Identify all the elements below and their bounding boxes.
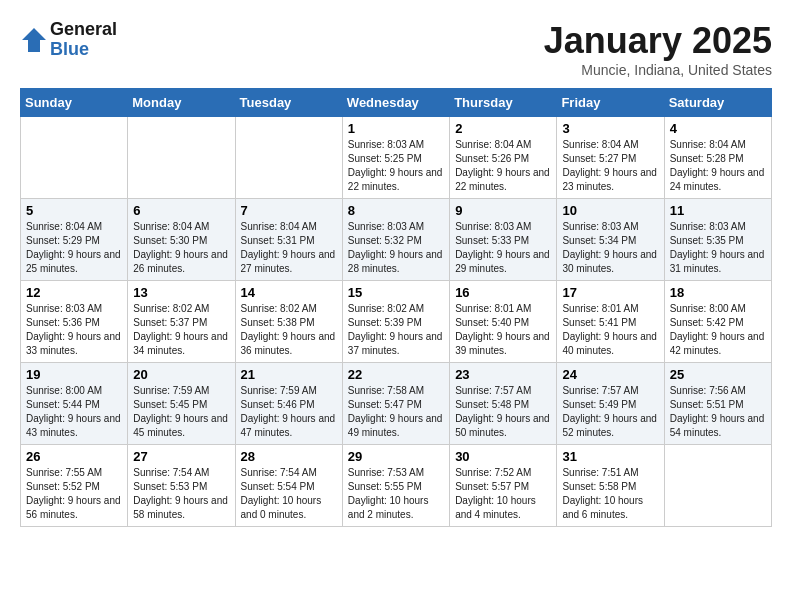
weekday-header-sunday: Sunday bbox=[21, 89, 128, 117]
day-number: 24 bbox=[562, 367, 658, 382]
day-info: Sunrise: 8:03 AMSunset: 5:36 PMDaylight:… bbox=[26, 302, 122, 358]
weekday-header-tuesday: Tuesday bbox=[235, 89, 342, 117]
calendar-cell: 6Sunrise: 8:04 AMSunset: 5:30 PMDaylight… bbox=[128, 199, 235, 281]
day-number: 15 bbox=[348, 285, 444, 300]
day-number: 13 bbox=[133, 285, 229, 300]
day-info: Sunrise: 8:03 AMSunset: 5:32 PMDaylight:… bbox=[348, 220, 444, 276]
calendar-cell: 25Sunrise: 7:56 AMSunset: 5:51 PMDayligh… bbox=[664, 363, 771, 445]
calendar-cell: 19Sunrise: 8:00 AMSunset: 5:44 PMDayligh… bbox=[21, 363, 128, 445]
calendar-cell: 7Sunrise: 8:04 AMSunset: 5:31 PMDaylight… bbox=[235, 199, 342, 281]
day-info: Sunrise: 8:04 AMSunset: 5:28 PMDaylight:… bbox=[670, 138, 766, 194]
calendar-cell: 27Sunrise: 7:54 AMSunset: 5:53 PMDayligh… bbox=[128, 445, 235, 527]
day-number: 18 bbox=[670, 285, 766, 300]
logo: General Blue bbox=[20, 20, 117, 60]
day-info: Sunrise: 7:55 AMSunset: 5:52 PMDaylight:… bbox=[26, 466, 122, 522]
day-info: Sunrise: 7:52 AMSunset: 5:57 PMDaylight:… bbox=[455, 466, 551, 522]
day-info: Sunrise: 8:03 AMSunset: 5:33 PMDaylight:… bbox=[455, 220, 551, 276]
day-number: 23 bbox=[455, 367, 551, 382]
day-info: Sunrise: 7:53 AMSunset: 5:55 PMDaylight:… bbox=[348, 466, 444, 522]
calendar-cell: 4Sunrise: 8:04 AMSunset: 5:28 PMDaylight… bbox=[664, 117, 771, 199]
weekday-header-row: SundayMondayTuesdayWednesdayThursdayFrid… bbox=[21, 89, 772, 117]
day-number: 29 bbox=[348, 449, 444, 464]
logo-icon bbox=[20, 26, 48, 54]
calendar-cell: 22Sunrise: 7:58 AMSunset: 5:47 PMDayligh… bbox=[342, 363, 449, 445]
day-info: Sunrise: 8:04 AMSunset: 5:29 PMDaylight:… bbox=[26, 220, 122, 276]
calendar-cell: 14Sunrise: 8:02 AMSunset: 5:38 PMDayligh… bbox=[235, 281, 342, 363]
weekday-header-monday: Monday bbox=[128, 89, 235, 117]
calendar-table: SundayMondayTuesdayWednesdayThursdayFrid… bbox=[20, 88, 772, 527]
calendar-header: SundayMondayTuesdayWednesdayThursdayFrid… bbox=[21, 89, 772, 117]
day-info: Sunrise: 7:59 AMSunset: 5:46 PMDaylight:… bbox=[241, 384, 337, 440]
day-info: Sunrise: 8:02 AMSunset: 5:37 PMDaylight:… bbox=[133, 302, 229, 358]
day-number: 12 bbox=[26, 285, 122, 300]
day-number: 8 bbox=[348, 203, 444, 218]
day-info: Sunrise: 8:03 AMSunset: 5:34 PMDaylight:… bbox=[562, 220, 658, 276]
day-number: 25 bbox=[670, 367, 766, 382]
day-info: Sunrise: 8:02 AMSunset: 5:39 PMDaylight:… bbox=[348, 302, 444, 358]
weekday-header-thursday: Thursday bbox=[450, 89, 557, 117]
day-info: Sunrise: 7:56 AMSunset: 5:51 PMDaylight:… bbox=[670, 384, 766, 440]
day-number: 6 bbox=[133, 203, 229, 218]
calendar-cell: 30Sunrise: 7:52 AMSunset: 5:57 PMDayligh… bbox=[450, 445, 557, 527]
calendar-cell: 13Sunrise: 8:02 AMSunset: 5:37 PMDayligh… bbox=[128, 281, 235, 363]
day-info: Sunrise: 8:03 AMSunset: 5:35 PMDaylight:… bbox=[670, 220, 766, 276]
day-info: Sunrise: 8:04 AMSunset: 5:27 PMDaylight:… bbox=[562, 138, 658, 194]
day-number: 20 bbox=[133, 367, 229, 382]
calendar-body: 1Sunrise: 8:03 AMSunset: 5:25 PMDaylight… bbox=[21, 117, 772, 527]
calendar-cell: 18Sunrise: 8:00 AMSunset: 5:42 PMDayligh… bbox=[664, 281, 771, 363]
calendar-cell: 20Sunrise: 7:59 AMSunset: 5:45 PMDayligh… bbox=[128, 363, 235, 445]
day-info: Sunrise: 8:03 AMSunset: 5:25 PMDaylight:… bbox=[348, 138, 444, 194]
calendar-cell: 3Sunrise: 8:04 AMSunset: 5:27 PMDaylight… bbox=[557, 117, 664, 199]
calendar-week-row: 19Sunrise: 8:00 AMSunset: 5:44 PMDayligh… bbox=[21, 363, 772, 445]
day-number: 4 bbox=[670, 121, 766, 136]
day-number: 14 bbox=[241, 285, 337, 300]
day-info: Sunrise: 8:04 AMSunset: 5:30 PMDaylight:… bbox=[133, 220, 229, 276]
day-info: Sunrise: 7:57 AMSunset: 5:48 PMDaylight:… bbox=[455, 384, 551, 440]
day-number: 5 bbox=[26, 203, 122, 218]
calendar-cell bbox=[235, 117, 342, 199]
day-number: 11 bbox=[670, 203, 766, 218]
calendar-cell: 1Sunrise: 8:03 AMSunset: 5:25 PMDaylight… bbox=[342, 117, 449, 199]
day-info: Sunrise: 8:02 AMSunset: 5:38 PMDaylight:… bbox=[241, 302, 337, 358]
day-info: Sunrise: 8:00 AMSunset: 5:42 PMDaylight:… bbox=[670, 302, 766, 358]
calendar-cell: 28Sunrise: 7:54 AMSunset: 5:54 PMDayligh… bbox=[235, 445, 342, 527]
weekday-header-wednesday: Wednesday bbox=[342, 89, 449, 117]
calendar-cell: 26Sunrise: 7:55 AMSunset: 5:52 PMDayligh… bbox=[21, 445, 128, 527]
day-info: Sunrise: 8:00 AMSunset: 5:44 PMDaylight:… bbox=[26, 384, 122, 440]
calendar-cell: 15Sunrise: 8:02 AMSunset: 5:39 PMDayligh… bbox=[342, 281, 449, 363]
calendar-subtitle: Muncie, Indiana, United States bbox=[544, 62, 772, 78]
calendar-cell: 5Sunrise: 8:04 AMSunset: 5:29 PMDaylight… bbox=[21, 199, 128, 281]
day-number: 16 bbox=[455, 285, 551, 300]
day-info: Sunrise: 7:51 AMSunset: 5:58 PMDaylight:… bbox=[562, 466, 658, 522]
calendar-week-row: 12Sunrise: 8:03 AMSunset: 5:36 PMDayligh… bbox=[21, 281, 772, 363]
calendar-title: January 2025 bbox=[544, 20, 772, 62]
calendar-cell: 16Sunrise: 8:01 AMSunset: 5:40 PMDayligh… bbox=[450, 281, 557, 363]
day-number: 21 bbox=[241, 367, 337, 382]
calendar-cell: 21Sunrise: 7:59 AMSunset: 5:46 PMDayligh… bbox=[235, 363, 342, 445]
calendar-cell: 29Sunrise: 7:53 AMSunset: 5:55 PMDayligh… bbox=[342, 445, 449, 527]
calendar-cell: 9Sunrise: 8:03 AMSunset: 5:33 PMDaylight… bbox=[450, 199, 557, 281]
calendar-cell: 31Sunrise: 7:51 AMSunset: 5:58 PMDayligh… bbox=[557, 445, 664, 527]
day-number: 28 bbox=[241, 449, 337, 464]
day-info: Sunrise: 7:54 AMSunset: 5:53 PMDaylight:… bbox=[133, 466, 229, 522]
day-number: 3 bbox=[562, 121, 658, 136]
day-info: Sunrise: 8:04 AMSunset: 5:26 PMDaylight:… bbox=[455, 138, 551, 194]
day-info: Sunrise: 8:01 AMSunset: 5:41 PMDaylight:… bbox=[562, 302, 658, 358]
day-info: Sunrise: 7:58 AMSunset: 5:47 PMDaylight:… bbox=[348, 384, 444, 440]
day-number: 26 bbox=[26, 449, 122, 464]
day-number: 19 bbox=[26, 367, 122, 382]
logo-blue: Blue bbox=[50, 40, 117, 60]
calendar-cell: 17Sunrise: 8:01 AMSunset: 5:41 PMDayligh… bbox=[557, 281, 664, 363]
calendar-cell bbox=[128, 117, 235, 199]
logo-general: General bbox=[50, 20, 117, 40]
page-header: General Blue January 2025 Muncie, Indian… bbox=[20, 20, 772, 78]
calendar-week-row: 1Sunrise: 8:03 AMSunset: 5:25 PMDaylight… bbox=[21, 117, 772, 199]
calendar-cell: 11Sunrise: 8:03 AMSunset: 5:35 PMDayligh… bbox=[664, 199, 771, 281]
weekday-header-friday: Friday bbox=[557, 89, 664, 117]
day-info: Sunrise: 7:59 AMSunset: 5:45 PMDaylight:… bbox=[133, 384, 229, 440]
calendar-week-row: 5Sunrise: 8:04 AMSunset: 5:29 PMDaylight… bbox=[21, 199, 772, 281]
day-number: 17 bbox=[562, 285, 658, 300]
calendar-cell bbox=[664, 445, 771, 527]
day-number: 2 bbox=[455, 121, 551, 136]
day-number: 1 bbox=[348, 121, 444, 136]
